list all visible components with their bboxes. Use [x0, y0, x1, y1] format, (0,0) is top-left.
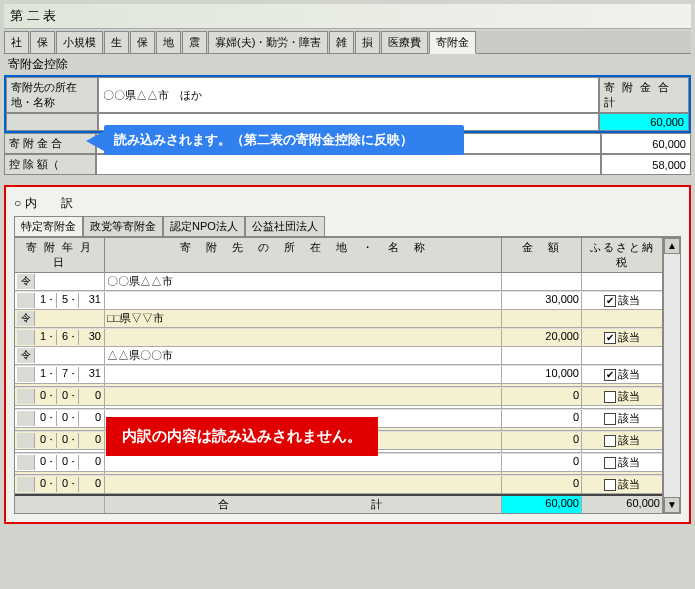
cell-location[interactable]: □□県▽▽市 — [105, 310, 502, 327]
table-row[interactable]: 令△△県〇〇市1・7・3110,000✔該当 — [15, 347, 662, 384]
tab-shokibo[interactable]: 小規模 — [56, 31, 103, 53]
cell-date-ymd[interactable]: 0・0・0 — [15, 432, 105, 449]
cell-location2[interactable] — [105, 454, 502, 471]
cell-furusato-check[interactable]: 該当 — [582, 410, 662, 427]
tab-ho2[interactable]: 保 — [130, 31, 155, 53]
cell-location[interactable]: 〇〇県△△市 — [105, 273, 502, 290]
cell-location2[interactable] — [105, 388, 502, 405]
cell-furusato-blank — [582, 273, 662, 290]
cell-amount[interactable]: 0 — [502, 476, 582, 493]
cell-amount[interactable]: 30,000 — [502, 292, 582, 309]
cell-furusato-check[interactable]: 該当 — [582, 476, 662, 493]
cell-amount[interactable]: 0 — [502, 388, 582, 405]
cell-amount-blank[interactable] — [502, 450, 582, 452]
cell-date-ymd[interactable]: 1・7・31 — [15, 366, 105, 383]
cell-amount[interactable]: 20,000 — [502, 329, 582, 346]
scroll-down-icon[interactable]: ▼ — [664, 497, 680, 513]
donation-addr-value[interactable]: 〇〇県△△市 ほか — [98, 77, 599, 113]
cell-location[interactable] — [105, 384, 502, 386]
era-cell[interactable]: 令 — [17, 274, 35, 289]
cell-date[interactable] — [15, 406, 105, 408]
tab-sei[interactable]: 生 — [104, 31, 129, 53]
checkbox-icon[interactable]: ✔ — [604, 332, 616, 344]
th-amount: 金 額 — [502, 238, 582, 272]
checkbox-icon[interactable] — [604, 435, 616, 447]
cell-date-ymd[interactable]: 1・5・31 — [15, 292, 105, 309]
cell-date-ymd[interactable]: 1・6・30 — [15, 329, 105, 346]
cell-location2[interactable] — [105, 329, 502, 346]
callout-blue: 読み込みされます。（第二表の寄附金控除に反映） — [104, 125, 464, 155]
cell-location[interactable] — [105, 406, 502, 408]
cell-amount-blank[interactable] — [502, 273, 582, 290]
cell-furusato-blank — [582, 406, 662, 408]
tab-kafu[interactable]: 寡婦(夫)・勤労・障害 — [208, 31, 328, 53]
cell-furusato-blank — [582, 450, 662, 452]
checkbox-icon[interactable] — [604, 391, 616, 403]
donation-table: 寄 附 年 月 日 寄 附 先 の 所 在 地 ・ 名 称 金 額 ふるさと納税… — [14, 237, 663, 514]
cell-location2[interactable] — [105, 476, 502, 493]
checkbox-icon[interactable]: ✔ — [604, 369, 616, 381]
table-row[interactable]: 0・0・00該当 — [15, 384, 662, 406]
cell-amount-blank[interactable] — [502, 406, 582, 408]
cell-date[interactable]: 令 — [15, 347, 105, 364]
table-row[interactable]: 令〇〇県△△市1・5・3130,000✔該当 — [15, 273, 662, 310]
cell-date[interactable] — [15, 428, 105, 430]
deduction-value: 58,000 — [601, 154, 691, 175]
tab-shin[interactable]: 震 — [182, 31, 207, 53]
checkbox-icon[interactable]: ✔ — [604, 295, 616, 307]
cell-date[interactable]: 令 — [15, 310, 105, 327]
cell-amount[interactable]: 0 — [502, 432, 582, 449]
cell-amount[interactable]: 0 — [502, 454, 582, 471]
subtab-npo[interactable]: 認定NPO法人 — [163, 216, 245, 236]
cell-date[interactable] — [15, 450, 105, 452]
breakdown-box: ○ 内 訳 特定寄附金 政党等寄附金 認定NPO法人 公益社団法人 寄 附 年 … — [4, 185, 691, 524]
tab-iryo[interactable]: 医療費 — [381, 31, 428, 53]
cell-amount[interactable]: 10,000 — [502, 366, 582, 383]
cell-furusato-check[interactable]: 該当 — [582, 388, 662, 405]
sub-tabs: 特定寄附金 政党等寄附金 認定NPO法人 公益社団法人 — [14, 216, 681, 237]
checkbox-icon[interactable] — [604, 479, 616, 491]
cell-amount-blank[interactable] — [502, 384, 582, 386]
cell-location2[interactable] — [105, 366, 502, 383]
cell-location[interactable]: △△県〇〇市 — [105, 347, 502, 364]
cell-furusato-blank — [582, 428, 662, 430]
th-date: 寄 附 年 月 日 — [15, 238, 105, 272]
tab-ji[interactable]: 地 — [156, 31, 181, 53]
checkbox-icon[interactable] — [604, 413, 616, 425]
cell-furusato-check[interactable]: 該当 — [582, 454, 662, 471]
cell-date[interactable]: 令 — [15, 273, 105, 290]
cell-date-ymd[interactable]: 0・0・0 — [15, 410, 105, 427]
era-cell[interactable]: 令 — [17, 348, 35, 363]
cell-furusato-check[interactable]: ✔該当 — [582, 329, 662, 346]
callout-red: 内訳の内容は読み込みされません。 — [106, 417, 378, 456]
cell-date[interactable] — [15, 472, 105, 474]
cell-date[interactable] — [15, 384, 105, 386]
table-row[interactable]: 令□□県▽▽市1・6・3020,000✔該当 — [15, 310, 662, 347]
era-cell[interactable]: 令 — [17, 311, 35, 326]
cell-date-ymd[interactable]: 0・0・0 — [15, 476, 105, 493]
table-row[interactable]: 0・0・00該当 — [15, 472, 662, 494]
tab-sha[interactable]: 社 — [4, 31, 29, 53]
scrollbar[interactable]: ▲ ▼ — [663, 237, 681, 514]
cell-amount-blank[interactable] — [502, 428, 582, 430]
cell-date-ymd[interactable]: 0・0・0 — [15, 388, 105, 405]
tab-ho[interactable]: 保 — [30, 31, 55, 53]
cell-amount[interactable]: 0 — [502, 410, 582, 427]
cell-location[interactable] — [105, 472, 502, 474]
tab-kifukin[interactable]: 寄附金 — [429, 31, 476, 54]
tab-zatsu[interactable]: 雑 — [329, 31, 354, 53]
cell-location2[interactable] — [105, 292, 502, 309]
checkbox-icon[interactable] — [604, 457, 616, 469]
subtab-seito[interactable]: 政党等寄附金 — [83, 216, 163, 236]
scroll-up-icon[interactable]: ▲ — [664, 238, 680, 254]
subtab-tokutei[interactable]: 特定寄附金 — [14, 216, 83, 236]
cell-amount-blank[interactable] — [502, 310, 582, 327]
cell-amount-blank[interactable] — [502, 472, 582, 474]
subtab-koeki[interactable]: 公益社団法人 — [245, 216, 325, 236]
cell-amount-blank[interactable] — [502, 347, 582, 364]
cell-furusato-check[interactable]: 該当 — [582, 432, 662, 449]
cell-date-ymd[interactable]: 0・0・0 — [15, 454, 105, 471]
cell-furusato-check[interactable]: ✔該当 — [582, 366, 662, 383]
tab-son[interactable]: 損 — [355, 31, 380, 53]
cell-furusato-check[interactable]: ✔該当 — [582, 292, 662, 309]
